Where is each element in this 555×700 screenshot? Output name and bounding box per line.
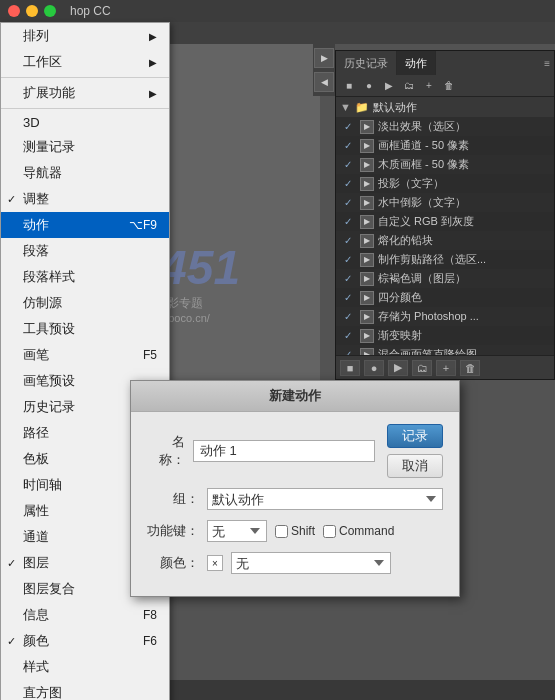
action-name: 存储为 Photoshop ... xyxy=(378,309,550,324)
menu-item-label: 调整 xyxy=(23,190,49,208)
menu-item-workspace[interactable]: 工作区 ▶ xyxy=(1,49,169,75)
color-select[interactable]: 无 xyxy=(231,552,391,574)
menu-item-color[interactable]: 颜色 F6 xyxy=(1,628,169,654)
menu-shortcut: ⌥F9 xyxy=(129,218,157,232)
key-select[interactable]: 无 xyxy=(207,520,267,542)
action-name: 画框通道 - 50 像素 xyxy=(378,138,550,153)
menu-item-clone-source[interactable]: 仿制源 xyxy=(1,290,169,316)
action-icon: ▶ xyxy=(360,291,374,305)
menu-item-tool-preset[interactable]: 工具预设 xyxy=(1,316,169,342)
check-icon: ✓ xyxy=(344,216,356,228)
action-icon: ▶ xyxy=(360,158,374,172)
menu-item-label: 属性 xyxy=(23,502,49,520)
action-row[interactable]: ✓ ▶ 画框通道 - 50 像素 xyxy=(336,136,554,155)
menu-item-adjustments[interactable]: 调整 xyxy=(1,186,169,212)
menu-item-label: 仿制源 xyxy=(23,294,62,312)
menu-item-paragraph-style[interactable]: 段落样式 xyxy=(1,264,169,290)
command-checkbox[interactable] xyxy=(323,525,336,538)
action-name: 淡出效果（选区） xyxy=(378,119,550,134)
sidebar-icon-1[interactable]: ▶ xyxy=(314,48,334,68)
actions-panel: 历史记录 动作 ≡ ■ ● ▶ 🗂 + 🗑 ▼ 📁 默认动作 ✓ ▶ 淡出效果（… xyxy=(335,50,555,380)
action-icon: ▶ xyxy=(360,139,374,153)
actions-list: ▼ 📁 默认动作 ✓ ▶ 淡出效果（选区） ✓ ▶ 画框通道 - 50 像素 ✓… xyxy=(336,97,554,355)
minimize-button[interactable] xyxy=(26,5,38,17)
menu-item-label: 信息 xyxy=(23,606,49,624)
action-icon: ▶ xyxy=(360,329,374,343)
shift-checkbox[interactable] xyxy=(275,525,288,538)
delete-action-btn[interactable]: 🗑 xyxy=(460,360,480,376)
action-row[interactable]: ✓ ▶ 水中倒影（文字） xyxy=(336,193,554,212)
action-name: 四分颜色 xyxy=(378,290,550,305)
action-icon: ▶ xyxy=(360,253,374,267)
stop-action-btn[interactable]: ■ xyxy=(340,360,360,376)
play-action-btn[interactable]: ▶ xyxy=(388,360,408,376)
panel-menu-icon[interactable]: ≡ xyxy=(544,58,550,69)
close-button[interactable] xyxy=(8,5,20,17)
action-row[interactable]: ✓ ▶ 制作剪贴路径（选区... xyxy=(336,250,554,269)
check-icon: ✓ xyxy=(344,197,356,209)
action-row[interactable]: ✓ ▶ 自定义 RGB 到灰度 xyxy=(336,212,554,231)
name-input[interactable] xyxy=(193,440,375,462)
new-set-btn[interactable]: 🗂 xyxy=(400,77,418,95)
record-button[interactable]: 记录 xyxy=(387,424,443,448)
new-action2-btn[interactable]: + xyxy=(436,360,456,376)
menu-item-label: 历史记录 xyxy=(23,398,75,416)
sidebar-right: ▶ ◀ xyxy=(313,44,335,96)
tab-history[interactable]: 历史记录 xyxy=(336,51,397,75)
submenu-arrow: ▶ xyxy=(149,57,157,68)
action-row[interactable]: ✓ ▶ 木质画框 - 50 像素 xyxy=(336,155,554,174)
menu-item-label: 样式 xyxy=(23,658,49,676)
play-btn[interactable]: ▶ xyxy=(380,77,398,95)
menu-item-styles[interactable]: 样式 xyxy=(1,654,169,680)
action-row[interactable]: ✓ ▶ 存储为 Photoshop ... xyxy=(336,307,554,326)
panel-icons: ≡ xyxy=(544,58,554,69)
check-icon: ✓ xyxy=(344,311,356,323)
new-action-btn[interactable]: + xyxy=(420,77,438,95)
menu-item-arrange[interactable]: 排列 ▶ xyxy=(1,23,169,49)
menu-item-extensions[interactable]: 扩展功能 ▶ xyxy=(1,80,169,106)
group-select[interactable]: 默认动作 xyxy=(207,488,443,510)
menu-item-histogram[interactable]: 直方图 xyxy=(1,680,169,700)
command-checkbox-label: Command xyxy=(323,524,394,538)
record-btn[interactable]: ● xyxy=(360,77,378,95)
menu-item-brush[interactable]: 画笔 F5 xyxy=(1,342,169,368)
menu-item-label: 时间轴 xyxy=(23,476,62,494)
menu-item-label: 画笔预设 xyxy=(23,372,75,390)
menu-item-label: 段落样式 xyxy=(23,268,75,286)
menu-item-navigator[interactable]: 导航器 xyxy=(1,160,169,186)
sidebar-icon-2[interactable]: ◀ xyxy=(314,72,334,92)
action-row[interactable]: ✓ ▶ 棕褐色调（图层） xyxy=(336,269,554,288)
menu-item-label: 测量记录 xyxy=(23,138,75,156)
menu-item-3d[interactable]: 3D xyxy=(1,111,169,134)
cancel-button[interactable]: 取消 xyxy=(387,454,443,478)
action-name: 混合画面笔克隆绘图... xyxy=(378,347,550,355)
new-set-action-btn[interactable]: 🗂 xyxy=(412,360,432,376)
menu-item-actions[interactable]: 动作 ⌥F9 xyxy=(1,212,169,238)
action-icon: ▶ xyxy=(360,272,374,286)
action-row[interactable]: ✓ ▶ 四分颜色 xyxy=(336,288,554,307)
action-group-header[interactable]: ▼ 📁 默认动作 xyxy=(336,97,554,117)
dialog-title: 新建动作 xyxy=(131,381,459,412)
dialog-name-row: 名称： 记录 取消 xyxy=(147,424,443,478)
check-icon: ✓ xyxy=(344,159,356,171)
action-row[interactable]: ✓ ▶ 投影（文字） xyxy=(336,174,554,193)
menu-item-paragraph[interactable]: 段落 xyxy=(1,238,169,264)
menu-item-label: 路径 xyxy=(23,424,49,442)
stop-btn[interactable]: ■ xyxy=(340,77,358,95)
action-row[interactable]: ✓ ▶ 熔化的铅块 xyxy=(336,231,554,250)
menu-shortcut: F5 xyxy=(143,348,157,362)
menu-item-label: 工具预设 xyxy=(23,320,75,338)
action-row[interactable]: ✓ ▶ 淡出效果（选区） xyxy=(336,117,554,136)
action-row[interactable]: ✓ ▶ 渐变映射 xyxy=(336,326,554,345)
delete-btn[interactable]: 🗑 xyxy=(440,77,458,95)
maximize-button[interactable] xyxy=(44,5,56,17)
tab-actions[interactable]: 动作 xyxy=(397,51,436,75)
actions-toolbar: ■ ● ▶ 🗂 + 🗑 xyxy=(336,75,554,97)
action-name: 熔化的铅块 xyxy=(378,233,550,248)
action-row[interactable]: ✓ ▶ 混合画面笔克隆绘图... xyxy=(336,345,554,355)
record-action-btn[interactable]: ● xyxy=(364,360,384,376)
menu-item-label: 通道 xyxy=(23,528,49,546)
menu-item-info[interactable]: 信息 F8 xyxy=(1,602,169,628)
dialog-key-row: 功能键： 无 Shift Command xyxy=(147,520,443,542)
menu-item-measurement[interactable]: 测量记录 xyxy=(1,134,169,160)
